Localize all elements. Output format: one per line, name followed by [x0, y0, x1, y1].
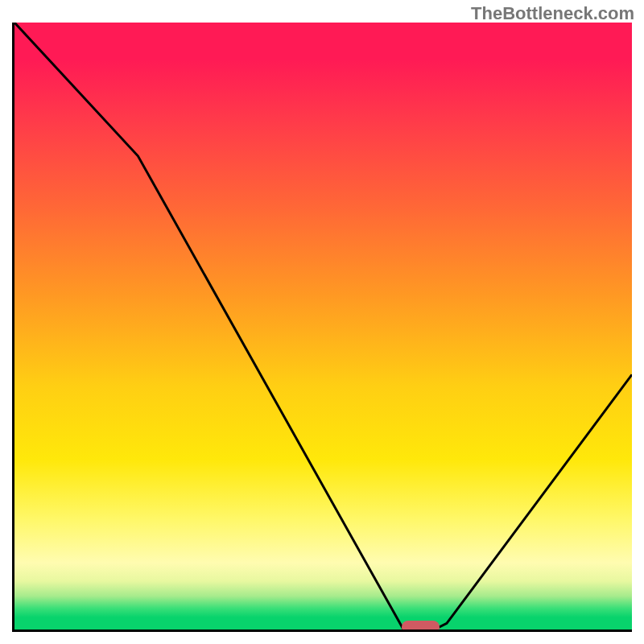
bottleneck-curve — [14, 23, 632, 630]
curve-path — [14, 23, 632, 630]
chart-frame — [12, 23, 632, 632]
watermark-text: TheBottleneck.com — [471, 3, 634, 24]
optimal-marker — [402, 621, 440, 632]
